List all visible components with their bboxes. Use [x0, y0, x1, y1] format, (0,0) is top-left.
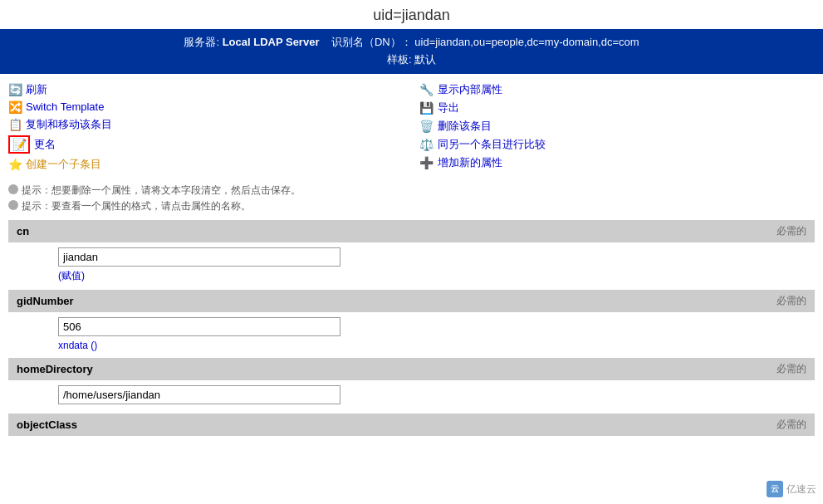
watermark-text: 亿速云: [786, 482, 816, 497]
add-attribute-label: 增加新的属性: [438, 155, 502, 170]
delete-action[interactable]: 🗑️ 删除该条目: [420, 119, 816, 134]
show-internal-label: 显示内部属性: [438, 82, 502, 97]
actions-row: 🔄 刷新 🔀 Switch Template 📋 复制和移动该条目 📝 更名 ⭐…: [0, 74, 823, 179]
watermark-logo-icon: 云: [767, 481, 783, 497]
field-homedirectory-header: homeDirectory 必需的: [8, 358, 815, 380]
copy-move-icon: 📋: [8, 118, 22, 131]
server-name: Local LDAP Server: [223, 36, 320, 48]
show-internal-action[interactable]: 🔧 显示内部属性: [420, 82, 816, 97]
create-child-action[interactable]: ⭐ 创建一个子条目: [8, 157, 404, 172]
field-gidnumber-body: xndata (): [8, 312, 815, 358]
hint-1-bullet: [8, 184, 18, 194]
refresh-action[interactable]: 🔄 刷新: [8, 82, 404, 97]
rename-action[interactable]: 📝 更名: [8, 135, 404, 154]
dn-value: uid=jiandan,ou=people,dc=my-domain,dc=co…: [414, 36, 639, 48]
server-label: 服务器:: [184, 36, 219, 48]
field-gidnumber-name: gidNumber: [17, 295, 74, 307]
refresh-icon: 🔄: [8, 83, 22, 96]
field-homedirectory-body: [8, 380, 815, 413]
actions-left: 🔄 刷新 🔀 Switch Template 📋 复制和移动该条目 📝 更名 ⭐…: [8, 81, 404, 172]
field-objectclass-body: [8, 436, 815, 448]
field-gidnumber-input[interactable]: [58, 317, 340, 336]
compare-action[interactable]: ⚖️ 同另一个条目进行比较: [420, 137, 816, 152]
create-child-icon: ⭐: [8, 158, 22, 171]
export-icon: 💾: [420, 101, 434, 115]
add-attribute-action[interactable]: ➕ 增加新的属性: [420, 155, 816, 170]
watermark-inner: 云 亿速云: [767, 481, 816, 497]
field-cn: cn 必需的 (赋值): [8, 220, 815, 290]
hint-2: 提示：要查看一个属性的格式，请点击属性的名称。: [8, 199, 815, 213]
field-objectclass-required: 必需的: [776, 418, 806, 432]
create-child-label: 创建一个子条目: [26, 157, 101, 172]
field-cn-required: 必需的: [776, 224, 806, 238]
watermark-logo-text: 云: [771, 483, 779, 495]
fields-section: cn 必需的 (赋值) gidNumber 必需的 xndata () home…: [8, 220, 815, 448]
delete-icon: 🗑️: [420, 120, 434, 133]
dn-label: 识别名（DN）：: [331, 36, 412, 48]
field-gidnumber: gidNumber 必需的 xndata (): [8, 290, 815, 358]
template-label: 样板:: [387, 53, 412, 66]
delete-label: 删除该条目: [438, 119, 492, 134]
copy-move-label: 复制和移动该条目: [26, 117, 112, 132]
compare-icon: ⚖️: [420, 138, 434, 151]
hint-2-text: 提示：要查看一个属性的格式，请点击属性的名称。: [22, 199, 251, 213]
refresh-label: 刷新: [26, 82, 47, 97]
watermark: 云 亿速云: [767, 481, 816, 497]
field-cn-name: cn: [17, 225, 29, 237]
switch-template-icon: 🔀: [8, 100, 22, 114]
rename-box: 📝: [8, 135, 30, 154]
export-action[interactable]: 💾 导出: [420, 100, 816, 115]
field-homedirectory-required: 必需的: [776, 362, 806, 376]
export-label: 导出: [438, 100, 459, 115]
hint-2-bullet: [8, 200, 18, 210]
actions-right: 🔧 显示内部属性 💾 导出 🗑️ 删除该条目 ⚖️ 同另一个条目进行比较 ➕ 增…: [404, 81, 816, 172]
switch-template-action[interactable]: 🔀 Switch Template: [8, 100, 404, 114]
xndata-link[interactable]: xndata: [58, 340, 88, 351]
field-gidnumber-header: gidNumber 必需的: [8, 290, 815, 312]
switch-template-label: Switch Template: [26, 100, 104, 113]
copy-move-action[interactable]: 📋 复制和移动该条目: [8, 117, 404, 132]
field-cn-body: (赋值): [8, 242, 815, 290]
field-objectclass-name: objectClass: [17, 418, 77, 431]
rename-label: 更名: [34, 137, 56, 152]
field-homedirectory: homeDirectory 必需的: [8, 358, 815, 413]
compare-label: 同另一个条目进行比较: [438, 137, 546, 152]
info-bar: 服务器: Local LDAP Server 识别名（DN）： uid=jian…: [0, 29, 823, 74]
field-cn-header: cn 必需的: [8, 220, 815, 242]
field-homedirectory-input[interactable]: [58, 385, 340, 404]
field-objectclass-header: objectClass 必需的: [8, 413, 815, 436]
add-attribute-icon: ➕: [420, 156, 434, 169]
field-objectclass: objectClass 必需的: [8, 413, 815, 448]
field-homedirectory-name: homeDirectory: [17, 363, 93, 375]
template-value: 默认: [414, 53, 436, 66]
hints-section: 提示：想要删除一个属性，请将文本字段清空，然后点击保存。 提示：要查看一个属性的…: [0, 179, 823, 220]
hint-1-text: 提示：想要删除一个属性，请将文本字段清空，然后点击保存。: [22, 183, 301, 198]
title-text: uid=jiandan: [373, 7, 450, 23]
field-gidnumber-required: 必需的: [776, 294, 806, 308]
field-cn-input[interactable]: [58, 247, 340, 267]
show-internal-icon: 🔧: [420, 83, 434, 96]
field-cn-assign-link[interactable]: (赋值): [58, 270, 85, 281]
field-gidnumber-xndata: xndata (): [58, 340, 97, 351]
hint-1: 提示：想要删除一个属性，请将文本字段清空，然后点击保存。: [8, 183, 815, 198]
page-title: uid=jiandan: [0, 0, 823, 29]
rename-icon: 📝: [12, 138, 26, 151]
